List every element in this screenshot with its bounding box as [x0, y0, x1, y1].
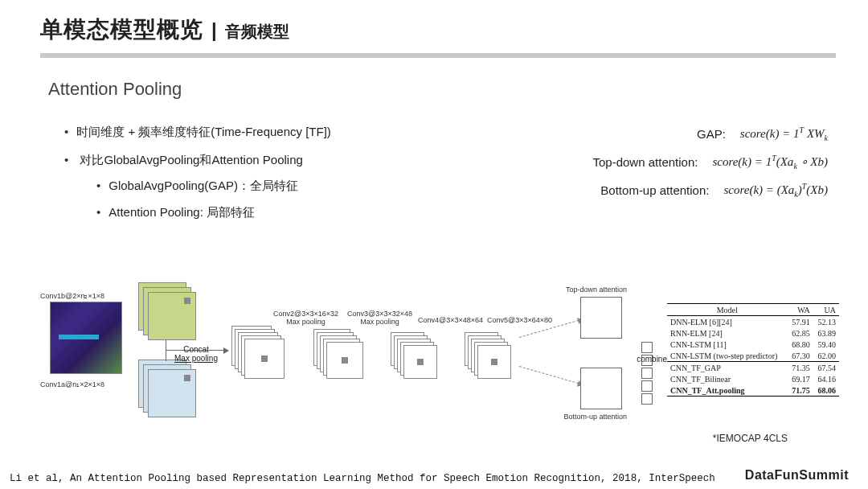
attn-label: Top-down attention — [566, 286, 627, 294]
equations: GAP: score(k) = 1T XWk Top-down attentio… — [514, 121, 828, 228]
spectrogram-image — [50, 302, 122, 374]
table-row: CNN-LSTM [11]68.8059.40 — [667, 339, 839, 350]
eq-label: Top-down attention: — [561, 155, 698, 169]
page-title: 单模态模型概览 | 音频模型 — [40, 14, 836, 45]
equation-gap: GAP: score(k) = 1T XWk — [514, 125, 828, 142]
concat-label: Concat Max pooling — [169, 340, 223, 368]
th-wa: WA — [787, 304, 813, 316]
architecture-diagram: Conv1b@2×n₂×1×8 Conv1a@n₁×2×1×8 Concat M… — [40, 286, 839, 426]
attention-box — [580, 297, 622, 339]
bullet-text: 对比GlobalAvgPooling和Attention Pooling — [80, 153, 302, 166]
text: Conv3@3×3×32×48 Max pooling — [347, 310, 412, 326]
title-separator: | — [211, 19, 217, 42]
th-model: Model — [667, 304, 787, 316]
table-row: CNN_TF_Bilinear69.1764.16 — [667, 373, 839, 384]
table-row: CNN_TF_Att.pooling71.7568.06 — [667, 384, 839, 397]
table-row: CNN-LSTM (two-step predictor)67.3062.00 — [667, 350, 839, 362]
bullet-subitem: Attention Pooling: 局部特征 — [96, 201, 498, 224]
attn-label: Bottom-up attention — [563, 413, 627, 421]
conv-label: Conv1a@n₁×2×1×8 — [40, 380, 104, 388]
citation: Li et al, An Attention Pooling based Rep… — [10, 473, 715, 484]
conv-label: Conv3@3×3×32×48 Max pooling — [347, 310, 412, 326]
text: Conv2@3×3×16×32 Max pooling — [273, 310, 338, 326]
equation-topdown: Top-down attention: score(k) = 1T(Xak ∘ … — [514, 154, 828, 171]
th-ua: UA — [813, 304, 839, 316]
dataset-note: *IEMOCAP 4CLS — [713, 433, 788, 444]
bullet-subitem: GlobalAvgPooling(GAP)：全局特征 — [96, 175, 498, 198]
eq-label: Bottom-up attention: — [572, 183, 709, 197]
title-main: 单模态模型概览 — [40, 14, 203, 45]
text: Max pooling — [169, 354, 223, 364]
combine-label: combine — [637, 355, 667, 364]
results-table: Model WA UA DNN-ELM [6][24]57.9152.13 RN… — [667, 303, 839, 397]
brand-label: DataFunSummit — [745, 468, 849, 483]
equation-bottomup: Bottom-up attention: score(k) = (Xak)T(X… — [514, 182, 828, 199]
eq-label: GAP: — [589, 127, 726, 141]
conv-label: Conv1b@2×n₂×1×8 — [40, 292, 104, 300]
conv-label: Conv5@3×3×64×80 — [487, 316, 552, 324]
section-heading: Attention Pooling — [48, 79, 836, 100]
eq-formula: score(k) = 1T XWk — [740, 125, 828, 142]
table-row: RNN-ELM [24]62.8563.89 — [667, 327, 839, 339]
bullet-item: 时间维度 + 频率维度特征(Time-Frequency [TF]) — [64, 121, 498, 144]
conv-label: Conv4@3×3×48×64 — [418, 316, 483, 324]
output-vector — [641, 342, 653, 405]
conv-label: Conv2@3×3×16×32 Max pooling — [273, 310, 338, 326]
bullet-item: 对比GlobalAvgPooling和Attention Pooling Glo… — [64, 149, 498, 224]
title-sub: 音频模型 — [225, 21, 289, 43]
slide: 单模态模型概览 | 音频模型 Attention Pooling 时间维度 + … — [0, 0, 868, 489]
eq-formula: score(k) = 1T(Xak ∘ Xb) — [712, 154, 828, 171]
arrow-icon — [519, 366, 583, 385]
table-row: CNN_TF_GAP71.3567.54 — [667, 362, 839, 374]
content-columns: 时间维度 + 频率维度特征(Time-Frequency [TF]) 对比Glo… — [64, 121, 828, 228]
table-row: DNN-ELM [6][24]57.9152.13 — [667, 316, 839, 328]
divider — [40, 53, 836, 58]
text: Concat — [169, 345, 223, 355]
attention-box — [580, 368, 622, 409]
eq-formula: score(k) = (Xak)T(Xb) — [723, 182, 828, 199]
bullet-list: 时间维度 + 频率维度特征(Time-Frequency [TF]) 对比Glo… — [64, 121, 498, 228]
